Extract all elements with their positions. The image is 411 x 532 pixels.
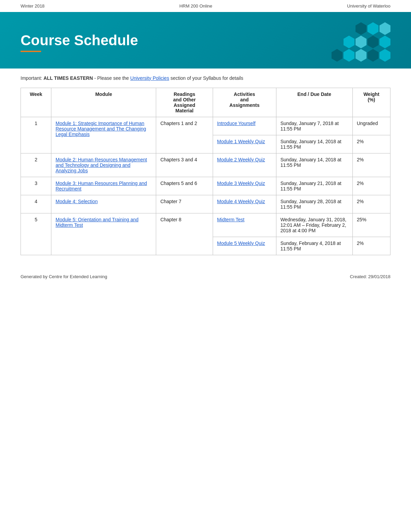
note-after-link: section of your Syllabus for details (169, 75, 243, 81)
readings-cell: Chapters 5 and 6 (156, 177, 213, 195)
hex-row-3 (332, 49, 390, 62)
semester-label: Winter 2018 (21, 3, 45, 9)
activity-cell: Module 3 Weekly Quiz (213, 177, 276, 195)
activity-cell: Module 5 Weekly Quiz (213, 237, 276, 255)
activity-cell: Module 2 Weekly Quiz (213, 153, 276, 177)
module-link[interactable]: Module 2: Human Resources Management and… (55, 157, 147, 173)
important-note: Important: ALL TIMES EASTERN - Please se… (21, 75, 390, 81)
week-cell: 5 (21, 213, 51, 255)
due-cell: Sunday, January 21, 2018 at 11:55 PM (276, 177, 352, 195)
top-bar: Winter 2018 HRM 200 Online University of… (0, 0, 411, 12)
activity-link[interactable]: Module 3 Weekly Quiz (217, 181, 265, 186)
due-cell: Sunday, January 14, 2018 at 11:55 PM (276, 135, 352, 153)
course-label: HRM 200 Online (179, 3, 212, 9)
th-activities: ActivitiesandAssignments (213, 88, 276, 117)
th-readings: Readingsand OtherAssignedMaterial (156, 88, 213, 117)
module-cell: Module 2: Human Resources Management and… (51, 153, 156, 177)
footer-right: Created: 29/01/2018 (350, 274, 390, 279)
activity-link[interactable]: Module 5 Weekly Quiz (217, 240, 265, 246)
hex-icon (379, 36, 390, 48)
institution-label: University of Waterloo (347, 3, 390, 9)
activity-link[interactable]: Module 4 Weekly Quiz (217, 199, 265, 204)
footer-left: Generated by Centre for Extended Learnin… (21, 274, 107, 279)
activity-link[interactable]: Introduce Yourself (217, 121, 256, 126)
university-policies-link[interactable]: University Policies (130, 75, 169, 81)
module-cell: Module 1: Strategic Importance of Human … (51, 117, 156, 153)
week-cell: 3 (21, 177, 51, 195)
due-cell: Sunday, January 28, 2018 at 11:55 PM (276, 195, 352, 213)
activity-link[interactable]: Module 2 Weekly Quiz (217, 157, 265, 162)
module-link[interactable]: Module 3: Human Resources Planning and R… (55, 181, 147, 191)
hex-icon (344, 49, 354, 62)
table-header-row: Week Module Readingsand OtherAssignedMat… (21, 88, 390, 117)
activity-cell: Midterm Test (213, 213, 276, 237)
note-suffix: - Please see the (93, 75, 130, 81)
schedule-table: Week Module Readingsand OtherAssignedMat… (21, 88, 390, 255)
th-module: Module (51, 88, 156, 117)
hex-row-1 (356, 22, 390, 35)
week-cell: 1 (21, 117, 51, 153)
activity-cell: Module 4 Weekly Quiz (213, 195, 276, 213)
banner-underline (21, 51, 41, 52)
table-row: 4 Module 4: Selection Chapter 7 Module 4… (21, 195, 390, 213)
due-cell: Sunday, February 4, 2018 at 11:55 PM (276, 237, 352, 255)
due-cell: Sunday, January 7, 2018 at 11:55 PM (276, 117, 352, 135)
module-link[interactable]: Module 5: Orientation and Training and M… (55, 217, 138, 228)
module-cell: Module 3: Human Resources Planning and R… (51, 177, 156, 195)
hex-icon (368, 22, 378, 35)
th-weight: Weight(%) (352, 88, 390, 117)
module-cell: Module 4: Selection (51, 195, 156, 213)
table-row: 2 Module 2: Human Resources Management a… (21, 153, 390, 177)
hex-row-2 (344, 36, 390, 48)
table-row: 1 Module 1: Strategic Importance of Huma… (21, 117, 390, 135)
banner-title: Course Schedule (21, 32, 138, 49)
weight-cell: 25% (352, 213, 390, 237)
readings-cell: Chapters 1 and 2 (156, 117, 213, 153)
banner: Course Schedule (0, 12, 411, 69)
weight-cell: 2% (352, 237, 390, 255)
module-link[interactable]: Module 1: Strategic Importance of Human … (55, 121, 146, 137)
due-cell: Sunday, January 14, 2018 at 11:55 PM (276, 153, 352, 177)
hex-decoration (332, 22, 390, 62)
activity-link[interactable]: Module 1 Weekly Quiz (217, 139, 265, 144)
note-prefix: Important: (21, 75, 43, 81)
hex-icon (356, 36, 366, 48)
hex-icon (332, 49, 342, 62)
th-week: Week (21, 88, 51, 117)
readings-cell: Chapter 8 (156, 213, 213, 255)
hex-icon (368, 36, 378, 48)
week-cell: 2 (21, 153, 51, 177)
footer: Generated by Centre for Extended Learnin… (0, 269, 411, 284)
hex-icon (379, 22, 390, 35)
hex-icon (379, 49, 390, 62)
weight-cell: 2% (352, 177, 390, 195)
table-row: 5 Module 5: Orientation and Training and… (21, 213, 390, 237)
due-cell: Wednesday, January 31, 2018, 12:01 AM – … (276, 213, 352, 237)
weight-cell: 2% (352, 195, 390, 213)
table-row: 3 Module 3: Human Resources Planning and… (21, 177, 390, 195)
main-content: Important: ALL TIMES EASTERN - Please se… (0, 69, 411, 269)
activity-cell: Module 1 Weekly Quiz (213, 135, 276, 153)
module-cell: Module 5: Orientation and Training and M… (51, 213, 156, 255)
weight-cell: 2% (352, 135, 390, 153)
weight-cell: 2% (352, 153, 390, 177)
note-bold: ALL TIMES EASTERN (43, 75, 93, 81)
module-link[interactable]: Module 4: Selection (55, 199, 98, 204)
hex-icon (344, 36, 354, 48)
hex-icon (356, 22, 366, 35)
hex-icon (356, 49, 366, 62)
activity-link[interactable]: Midterm Test (217, 217, 245, 222)
readings-cell: Chapter 7 (156, 195, 213, 213)
th-due: End / Due Date (276, 88, 352, 117)
readings-cell: Chapters 3 and 4 (156, 153, 213, 177)
weight-cell: Ungraded (352, 117, 390, 135)
hex-icon (368, 49, 378, 62)
week-cell: 4 (21, 195, 51, 213)
activity-cell: Introduce Yourself (213, 117, 276, 135)
